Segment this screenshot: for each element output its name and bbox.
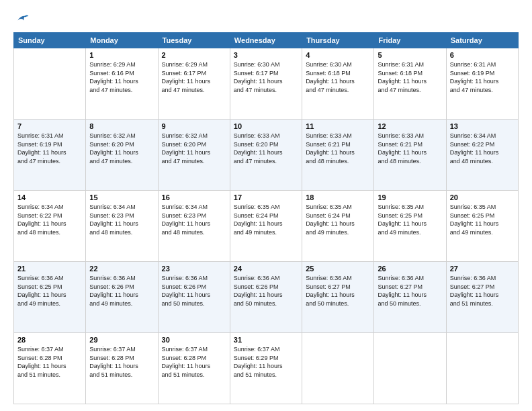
day-cell-20: 20Sunrise: 6:35 AMSunset: 6:25 PMDayligh… xyxy=(446,191,518,262)
day-info-26: Sunrise: 6:36 AMSunset: 6:27 PMDaylight:… xyxy=(378,274,442,308)
day-number-23: 23 xyxy=(162,265,226,273)
header-wednesday: Wednesday xyxy=(230,33,302,48)
day-number-3: 3 xyxy=(234,51,298,59)
day-cell-12: 12Sunrise: 6:33 AMSunset: 6:21 PMDayligh… xyxy=(374,120,446,191)
day-cell-21: 21Sunrise: 6:36 AMSunset: 6:25 PMDayligh… xyxy=(14,262,86,333)
day-cell-5: 5Sunrise: 6:31 AMSunset: 6:18 PMDaylight… xyxy=(374,48,446,120)
day-cell-15: 15Sunrise: 6:34 AMSunset: 6:23 PMDayligh… xyxy=(86,191,158,262)
day-cell-31: 31Sunrise: 6:37 AMSunset: 6:29 PMDayligh… xyxy=(230,333,302,404)
day-cell-4: 4Sunrise: 6:30 AMSunset: 6:18 PMDaylight… xyxy=(302,48,374,120)
header-monday: Monday xyxy=(86,33,158,48)
day-number-30: 30 xyxy=(162,336,226,344)
day-number-22: 22 xyxy=(89,265,154,273)
day-number-21: 21 xyxy=(17,265,82,273)
day-cell-1: 1Sunrise: 6:29 AMSunset: 6:16 PMDaylight… xyxy=(86,48,158,120)
day-info-14: Sunrise: 6:34 AMSunset: 6:22 PMDaylight:… xyxy=(17,203,82,236)
day-info-31: Sunrise: 6:37 AMSunset: 6:29 PMDaylight:… xyxy=(234,345,298,379)
day-cell-28: 28Sunrise: 6:37 AMSunset: 6:28 PMDayligh… xyxy=(14,333,86,404)
header-friday: Friday xyxy=(374,33,446,48)
week-row-2: 7Sunrise: 6:31 AMSunset: 6:19 PMDaylight… xyxy=(14,120,519,191)
day-number-7: 7 xyxy=(17,122,82,130)
day-info-4: Sunrise: 6:30 AMSunset: 6:18 PMDaylight:… xyxy=(306,60,370,94)
day-info-18: Sunrise: 6:35 AMSunset: 6:24 PMDaylight:… xyxy=(306,203,370,236)
day-cell-9: 9Sunrise: 6:32 AMSunset: 6:20 PMDaylight… xyxy=(158,120,230,191)
day-cell-7: 7Sunrise: 6:31 AMSunset: 6:19 PMDaylight… xyxy=(14,120,86,191)
day-number-12: 12 xyxy=(378,122,442,130)
day-number-13: 13 xyxy=(450,122,515,130)
empty-cell xyxy=(14,48,86,120)
day-number-1: 1 xyxy=(89,51,154,59)
header-saturday: Saturday xyxy=(446,33,518,48)
day-cell-26: 26Sunrise: 6:36 AMSunset: 6:27 PMDayligh… xyxy=(374,262,446,333)
day-number-2: 2 xyxy=(162,51,226,59)
page-header xyxy=(13,11,519,27)
day-cell-18: 18Sunrise: 6:35 AMSunset: 6:24 PMDayligh… xyxy=(302,191,374,262)
day-cell-22: 22Sunrise: 6:36 AMSunset: 6:26 PMDayligh… xyxy=(86,262,158,333)
day-info-6: Sunrise: 6:31 AMSunset: 6:19 PMDaylight:… xyxy=(450,60,515,94)
empty-cell xyxy=(302,333,374,404)
day-info-29: Sunrise: 6:37 AMSunset: 6:28 PMDaylight:… xyxy=(89,345,154,379)
day-info-23: Sunrise: 6:36 AMSunset: 6:26 PMDaylight:… xyxy=(162,274,226,308)
day-info-3: Sunrise: 6:30 AMSunset: 6:17 PMDaylight:… xyxy=(234,60,298,94)
day-number-19: 19 xyxy=(378,193,442,201)
header-sunday: Sunday xyxy=(14,33,86,48)
day-info-11: Sunrise: 6:33 AMSunset: 6:21 PMDaylight:… xyxy=(306,132,370,165)
day-info-2: Sunrise: 6:29 AMSunset: 6:17 PMDaylight:… xyxy=(162,60,226,94)
empty-cell xyxy=(446,333,518,404)
day-number-29: 29 xyxy=(89,336,154,344)
day-cell-14: 14Sunrise: 6:34 AMSunset: 6:22 PMDayligh… xyxy=(14,191,86,262)
header-tuesday: Tuesday xyxy=(158,33,230,48)
week-row-5: 28Sunrise: 6:37 AMSunset: 6:28 PMDayligh… xyxy=(14,333,519,404)
day-info-24: Sunrise: 6:36 AMSunset: 6:26 PMDaylight:… xyxy=(234,274,298,308)
day-number-5: 5 xyxy=(378,51,442,59)
week-row-3: 14Sunrise: 6:34 AMSunset: 6:22 PMDayligh… xyxy=(14,191,519,262)
calendar-table: SundayMondayTuesdayWednesdayThursdayFrid… xyxy=(13,32,519,404)
day-number-8: 8 xyxy=(89,122,154,130)
day-number-24: 24 xyxy=(234,265,298,273)
day-number-9: 9 xyxy=(162,122,226,130)
day-number-16: 16 xyxy=(162,193,226,201)
day-cell-8: 8Sunrise: 6:32 AMSunset: 6:20 PMDaylight… xyxy=(86,120,158,191)
day-info-28: Sunrise: 6:37 AMSunset: 6:28 PMDaylight:… xyxy=(17,345,82,379)
header-thursday: Thursday xyxy=(302,33,374,48)
day-cell-29: 29Sunrise: 6:37 AMSunset: 6:28 PMDayligh… xyxy=(86,333,158,404)
day-number-26: 26 xyxy=(378,265,442,273)
day-info-10: Sunrise: 6:33 AMSunset: 6:20 PMDaylight:… xyxy=(234,132,298,165)
logo xyxy=(13,11,32,27)
day-info-21: Sunrise: 6:36 AMSunset: 6:25 PMDaylight:… xyxy=(17,274,82,308)
day-info-13: Sunrise: 6:34 AMSunset: 6:22 PMDaylight:… xyxy=(450,132,515,165)
day-cell-10: 10Sunrise: 6:33 AMSunset: 6:20 PMDayligh… xyxy=(230,120,302,191)
day-cell-23: 23Sunrise: 6:36 AMSunset: 6:26 PMDayligh… xyxy=(158,262,230,333)
day-number-20: 20 xyxy=(450,193,515,201)
day-number-14: 14 xyxy=(17,193,82,201)
day-info-1: Sunrise: 6:29 AMSunset: 6:16 PMDaylight:… xyxy=(89,60,154,94)
logo-icon xyxy=(13,11,30,27)
day-number-25: 25 xyxy=(306,265,370,273)
day-info-16: Sunrise: 6:34 AMSunset: 6:23 PMDaylight:… xyxy=(162,203,226,236)
day-info-7: Sunrise: 6:31 AMSunset: 6:19 PMDaylight:… xyxy=(17,132,82,165)
day-cell-24: 24Sunrise: 6:36 AMSunset: 6:26 PMDayligh… xyxy=(230,262,302,333)
day-cell-25: 25Sunrise: 6:36 AMSunset: 6:27 PMDayligh… xyxy=(302,262,374,333)
day-info-25: Sunrise: 6:36 AMSunset: 6:27 PMDaylight:… xyxy=(306,274,370,308)
day-number-4: 4 xyxy=(306,51,370,59)
day-cell-16: 16Sunrise: 6:34 AMSunset: 6:23 PMDayligh… xyxy=(158,191,230,262)
day-number-11: 11 xyxy=(306,122,370,130)
day-cell-19: 19Sunrise: 6:35 AMSunset: 6:25 PMDayligh… xyxy=(374,191,446,262)
day-number-27: 27 xyxy=(450,265,515,273)
day-cell-27: 27Sunrise: 6:36 AMSunset: 6:27 PMDayligh… xyxy=(446,262,518,333)
day-number-15: 15 xyxy=(89,193,154,201)
day-cell-17: 17Sunrise: 6:35 AMSunset: 6:24 PMDayligh… xyxy=(230,191,302,262)
day-cell-3: 3Sunrise: 6:30 AMSunset: 6:17 PMDaylight… xyxy=(230,48,302,120)
day-number-18: 18 xyxy=(306,193,370,201)
day-cell-2: 2Sunrise: 6:29 AMSunset: 6:17 PMDaylight… xyxy=(158,48,230,120)
day-info-17: Sunrise: 6:35 AMSunset: 6:24 PMDaylight:… xyxy=(234,203,298,236)
day-number-28: 28 xyxy=(17,336,82,344)
day-info-19: Sunrise: 6:35 AMSunset: 6:25 PMDaylight:… xyxy=(378,203,442,236)
day-info-12: Sunrise: 6:33 AMSunset: 6:21 PMDaylight:… xyxy=(378,132,442,165)
day-info-27: Sunrise: 6:36 AMSunset: 6:27 PMDaylight:… xyxy=(450,274,515,308)
day-number-6: 6 xyxy=(450,51,515,59)
calendar-header-row: SundayMondayTuesdayWednesdayThursdayFrid… xyxy=(14,33,519,48)
day-number-31: 31 xyxy=(234,336,298,344)
day-info-15: Sunrise: 6:34 AMSunset: 6:23 PMDaylight:… xyxy=(89,203,154,236)
empty-cell xyxy=(374,333,446,404)
